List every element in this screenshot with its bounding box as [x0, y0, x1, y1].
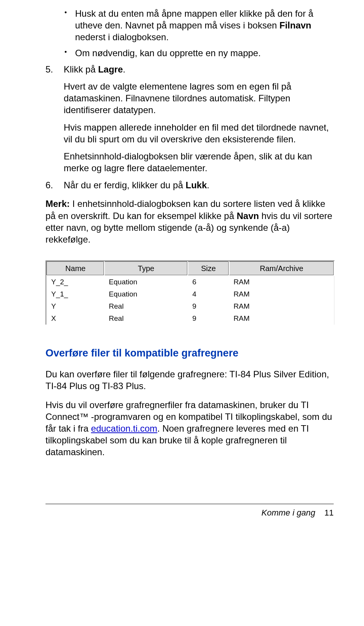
cell-ram: RAM	[229, 312, 334, 325]
col-header-ram[interactable]: Ram/Archive	[229, 262, 334, 276]
cell-size: 4	[188, 288, 229, 300]
cell-size: 6	[188, 276, 229, 288]
bullet-1-bold: Filnavn	[279, 20, 311, 30]
merk-bold: Merk:	[46, 199, 70, 209]
cell-name: Y_1_	[47, 288, 104, 300]
step-6-pre: Når du er ferdig, klikker du på	[64, 180, 185, 190]
cell-type: Equation	[104, 276, 188, 288]
section-p2: Hvis du vil overføre grafregnerfiler fra…	[46, 399, 334, 458]
cell-name: X	[47, 312, 104, 325]
step-5-marker: 5.	[46, 63, 64, 75]
cell-type: Real	[104, 312, 188, 325]
step-6-marker: 6.	[46, 179, 64, 191]
step-5-p1: Hvert av de valgte elementene lagres som…	[64, 80, 334, 116]
cell-name: Y_2_	[47, 276, 104, 288]
step-6-line: Når du er ferdig, klikker du på Lukk.	[64, 179, 334, 191]
cell-type: Equation	[104, 288, 188, 300]
step-5-bold: Lagre	[98, 64, 123, 74]
step-6-bold: Lukk	[185, 180, 207, 190]
cell-size: 9	[188, 312, 229, 325]
cell-size: 9	[188, 300, 229, 312]
cell-name: Y	[47, 300, 104, 312]
table-row[interactable]: Y_1_ Equation 4 RAM	[47, 288, 334, 300]
device-content-table: Name Type Size Ram/Archive Y_2_ Equation…	[46, 260, 334, 325]
col-header-size[interactable]: Size	[188, 262, 229, 276]
cell-ram: RAM	[229, 288, 334, 300]
col-header-type[interactable]: Type	[104, 262, 188, 276]
step-5-post: .	[123, 64, 126, 74]
step-6-post: .	[207, 180, 210, 190]
merk-bold2: Navn	[237, 211, 259, 221]
section-heading: Overføre filer til kompatible grafregner…	[46, 347, 334, 359]
col-header-name[interactable]: Name	[47, 262, 104, 276]
footer-page: 11	[325, 508, 334, 517]
bullet-1-post: nederst i dialogboksen.	[75, 32, 169, 42]
step-5-p2: Hvis mappen allerede inneholder en fil m…	[64, 121, 334, 145]
education-link[interactable]: education.ti.com	[91, 423, 157, 434]
bullet-icon: •	[64, 47, 75, 57]
bullet-1-pre: Husk at du enten må åpne mappen eller kl…	[75, 8, 313, 30]
footer-title: Komme i gang	[262, 508, 315, 517]
step-5-pre: Klikk på	[64, 64, 98, 74]
cell-ram: RAM	[229, 300, 334, 312]
bullet-text-1: Husk at du enten må åpne mappen eller kl…	[75, 8, 334, 43]
bullet-icon: •	[64, 8, 75, 17]
bullet-text-2: Om nødvendig, kan du opprette en ny mapp…	[75, 47, 334, 59]
cell-type: Real	[104, 300, 188, 312]
cell-ram: RAM	[229, 276, 334, 288]
table-row[interactable]: Y Real 9 RAM	[47, 300, 334, 312]
step-5-p3: Enhetsinnhold-dialogboksen blir værende …	[64, 150, 334, 174]
page-footer: Komme i gang 11	[46, 504, 334, 518]
table-row[interactable]: X Real 9 RAM	[47, 312, 334, 325]
section-p1: Du kan overføre filer til følgende grafr…	[46, 368, 334, 392]
table-row[interactable]: Y_2_ Equation 6 RAM	[47, 276, 334, 288]
merk-paragraph: Merk: I enhetsinnhold-dialogboksen kan d…	[46, 198, 334, 245]
step-5-line: Klikk på Lagre.	[64, 63, 334, 75]
